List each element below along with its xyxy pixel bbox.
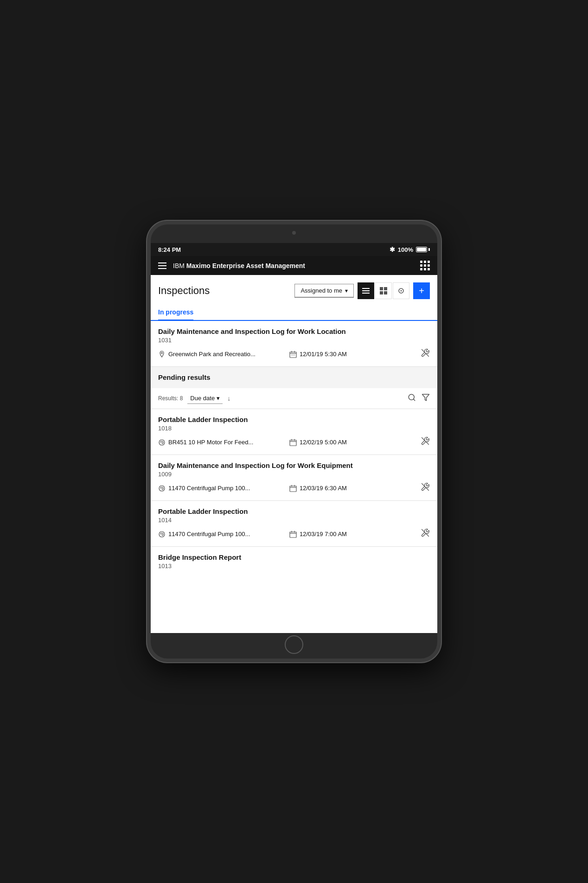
results-count: Results: 8 xyxy=(158,395,183,402)
wrench-off-action[interactable] xyxy=(421,528,430,540)
header-controls: Assigned to me ▾ xyxy=(294,282,430,299)
asset-text: 11470 Centrifugal Pump 100... xyxy=(168,531,250,537)
battery-icon xyxy=(416,247,430,252)
date-meta: 12/01/19 5:30 AM xyxy=(289,351,421,358)
asset-text: BR451 10 HP Motor For Feed... xyxy=(168,439,253,446)
location-meta: Greenwich Park and Recreatio... xyxy=(158,351,289,358)
date-meta: 12/03/19 7:00 AM xyxy=(289,531,421,538)
pending-item-title: Portable Ladder Inspection xyxy=(158,416,430,423)
wrench-action-icon[interactable] xyxy=(421,348,430,360)
svg-point-12 xyxy=(293,354,294,355)
svg-rect-6 xyxy=(384,291,387,294)
pending-item-id: 1018 xyxy=(158,425,430,432)
sort-direction-icon[interactable]: ↓ xyxy=(227,395,230,402)
svg-rect-28 xyxy=(290,532,296,537)
sort-chevron: ▾ xyxy=(217,395,220,402)
asset-meta: 11470 Centrifugal Pump 100... xyxy=(158,531,289,538)
inspection-meta: Greenwich Park and Recreatio... 12/01/19… xyxy=(158,348,430,360)
calendar-icon xyxy=(289,485,297,492)
camera-dot xyxy=(292,231,296,235)
date-meta: 12/02/19 5:00 AM xyxy=(289,439,421,446)
filter-label: Assigned to me xyxy=(300,287,342,294)
grid-view-button[interactable] xyxy=(375,282,392,299)
pending-item-1[interactable]: Daily Maintenance and Inspection Log for… xyxy=(151,455,437,501)
asset-text: 11470 Centrifugal Pump 100... xyxy=(168,485,250,492)
date-meta: 12/03/19 6:30 AM xyxy=(289,485,421,492)
pending-list: Portable Ladder Inspection 1018 BR451 10… xyxy=(151,409,437,633)
wrench-off-action[interactable] xyxy=(421,436,430,448)
wrench-off-icon xyxy=(421,528,430,537)
pending-item-title: Daily Maintenance and Inspection Log for… xyxy=(158,461,430,469)
inspection-title: Daily Maintenance and Inspection Log for… xyxy=(158,327,430,335)
tab-in-progress[interactable]: In progress xyxy=(158,305,193,321)
wrench-off-action[interactable] xyxy=(421,482,430,494)
wrench-off-icon xyxy=(421,348,430,358)
svg-point-27 xyxy=(161,534,162,535)
battery-tip xyxy=(428,248,430,251)
pending-item-0[interactable]: Portable Ladder Inspection 1018 BR451 10… xyxy=(151,409,437,455)
status-bar: 8:24 PM ✱ 100% xyxy=(151,243,437,256)
view-buttons xyxy=(358,282,409,299)
date-text: 12/03/19 6:30 AM xyxy=(300,485,347,492)
asset-meta: BR451 10 HP Motor For Feed... xyxy=(158,439,289,446)
pending-item-3[interactable]: Bridge Inspection Report 1013 xyxy=(151,547,437,581)
svg-point-13 xyxy=(294,354,295,355)
svg-point-11 xyxy=(291,354,292,355)
svg-line-29 xyxy=(422,530,429,537)
tablet-device: 8:24 PM ✱ 100% IBM Maximo Enterpris xyxy=(147,221,441,662)
apps-icon[interactable] xyxy=(420,261,430,270)
in-progress-item-0[interactable]: Daily Maintenance and Inspection Log for… xyxy=(151,321,437,367)
svg-line-25 xyxy=(422,484,429,491)
svg-rect-0 xyxy=(362,288,370,289)
home-button[interactable] xyxy=(285,635,303,654)
list-view-button[interactable] xyxy=(358,282,374,299)
pending-item-id: 1014 xyxy=(158,517,430,524)
svg-line-21 xyxy=(422,438,429,445)
results-bar: Results: 8 Due date ▾ ↓ xyxy=(151,388,437,409)
menu-icon[interactable] xyxy=(158,262,166,269)
svg-point-19 xyxy=(161,442,162,443)
pending-item-2[interactable]: Portable Ladder Inspection 1014 11470 Ce… xyxy=(151,501,437,547)
chevron-down-icon: ▾ xyxy=(345,288,348,294)
calendar-icon xyxy=(289,439,297,446)
svg-point-8 xyxy=(401,290,402,292)
scan-icon xyxy=(397,287,405,294)
filter-icon[interactable] xyxy=(422,393,430,404)
pending-item-meta: 11470 Centrifugal Pump 100... 12/03/19 6… xyxy=(158,482,430,494)
svg-rect-2 xyxy=(362,293,370,294)
battery-body xyxy=(416,247,427,252)
status-time: 8:24 PM xyxy=(158,246,181,253)
pending-item-title: Portable Ladder Inspection xyxy=(158,507,430,515)
pending-results-header: Pending results xyxy=(151,367,437,388)
wrench-off-icon xyxy=(421,482,430,492)
location-pin-icon xyxy=(158,351,166,358)
asset-meta: 11470 Centrifugal Pump 100... xyxy=(158,485,289,492)
battery-percent: 100% xyxy=(398,246,413,253)
pending-item-id: 1013 xyxy=(158,563,430,569)
date-text: 12/03/19 7:00 AM xyxy=(300,531,347,537)
svg-rect-1 xyxy=(362,290,370,291)
pending-item-id: 1009 xyxy=(158,471,430,478)
svg-line-16 xyxy=(413,399,415,400)
filter-dropdown[interactable]: Assigned to me ▾ xyxy=(294,284,354,298)
app-header: IBM Maximo Enterprise Asset Management xyxy=(151,256,437,275)
header-left: IBM Maximo Enterprise Asset Management xyxy=(158,262,305,269)
date-text: 12/02/19 5:00 AM xyxy=(300,439,347,446)
svg-rect-20 xyxy=(290,440,296,446)
app-title-prefix: IBM xyxy=(173,262,186,269)
wrench-off-icon xyxy=(421,436,430,446)
svg-rect-24 xyxy=(290,486,296,492)
app-title: IBM Maximo Enterprise Asset Management xyxy=(173,262,305,269)
sort-label: Due date xyxy=(190,395,215,402)
app-title-main: Maximo Enterprise Asset Management xyxy=(186,262,305,269)
svg-rect-4 xyxy=(384,287,387,290)
svg-point-23 xyxy=(161,488,162,489)
search-icon[interactable] xyxy=(408,393,416,404)
scan-view-button[interactable] xyxy=(393,282,409,299)
sort-dropdown[interactable]: Due date ▾ xyxy=(187,393,223,404)
pending-title: Pending results xyxy=(158,373,211,381)
add-button[interactable]: + xyxy=(413,282,430,299)
tablet-screen: 8:24 PM ✱ 100% IBM Maximo Enterpris xyxy=(151,243,437,633)
asset-icon xyxy=(158,439,166,446)
list-icon xyxy=(362,287,370,294)
